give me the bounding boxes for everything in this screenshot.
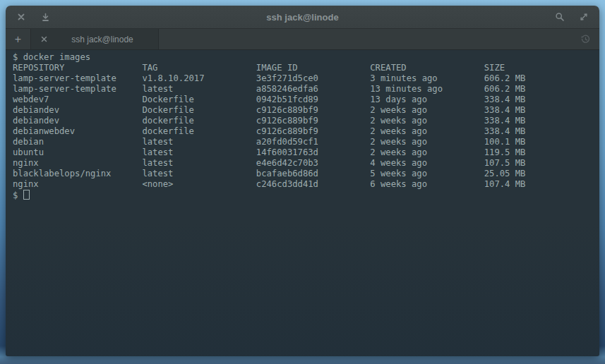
close-window-button[interactable] bbox=[13, 8, 30, 25]
maximize-button[interactable] bbox=[575, 8, 592, 25]
command-line: $ docker images bbox=[13, 52, 599, 63]
table-row-line: nginx <none> c246cd3dd41d 6 weeks ago 10… bbox=[13, 179, 599, 190]
search-icon bbox=[555, 12, 565, 22]
tabbar: + ssh jack@linode bbox=[6, 29, 599, 50]
download-button[interactable] bbox=[37, 8, 54, 25]
table-row-line: lamp-server-template v1.8.10.2017 3e3f27… bbox=[13, 73, 599, 84]
table-row-line: lamp-server-template latest a858246edfa6… bbox=[13, 84, 599, 95]
search-button[interactable] bbox=[551, 8, 568, 25]
table-row-line: ubuntu latest 14f60031763d 2 weeks ago 1… bbox=[13, 147, 599, 158]
terminal-window: ssh jack@linode + ssh jack@linode bbox=[6, 6, 599, 356]
titlebar[interactable]: ssh jack@linode bbox=[6, 6, 599, 29]
table-row-line: nginx latest e4e6d42c70b3 4 weeks ago 10… bbox=[13, 158, 599, 169]
prompt-line: $ bbox=[13, 190, 599, 201]
terminal-output[interactable]: $ docker imagesREPOSITORY TAG IMAGE ID C… bbox=[6, 50, 599, 356]
maximize-icon bbox=[579, 12, 589, 22]
restore-closed-tabs-button[interactable] bbox=[577, 32, 593, 47]
close-icon bbox=[17, 13, 25, 21]
table-row-line: webdev7 Dockerfile 0942b51fcd89 13 days … bbox=[13, 95, 599, 105]
tab-close-button[interactable] bbox=[37, 33, 50, 46]
table-row-line: debian latest a20fd0d59cf1 2 weeks ago 1… bbox=[13, 137, 599, 147]
table-row-line: debiandev Dockerfile c9126c889bf9 2 week… bbox=[13, 105, 599, 116]
table-row-line: blacklabelops/nginx latest bcafaeb6d86d … bbox=[13, 169, 599, 179]
history-icon bbox=[580, 34, 591, 44]
table-header-line: REPOSITORY TAG IMAGE ID CREATED SIZE bbox=[13, 63, 599, 73]
window-title: ssh jack@linode bbox=[6, 12, 599, 23]
table-row-line: debianwebdev dockerfile c9126c889bf9 2 w… bbox=[13, 126, 599, 137]
new-tab-button[interactable]: + bbox=[6, 29, 30, 49]
tab-ssh-jack-linode[interactable]: ssh jack@linode bbox=[30, 29, 159, 49]
tab-label: ssh jack@linode bbox=[53, 35, 152, 44]
download-icon bbox=[41, 13, 50, 22]
tab-close-icon bbox=[41, 36, 47, 42]
terminal-cursor bbox=[23, 190, 30, 200]
table-row-line: debiandev dockerfile c9126c889bf9 2 week… bbox=[13, 116, 599, 126]
